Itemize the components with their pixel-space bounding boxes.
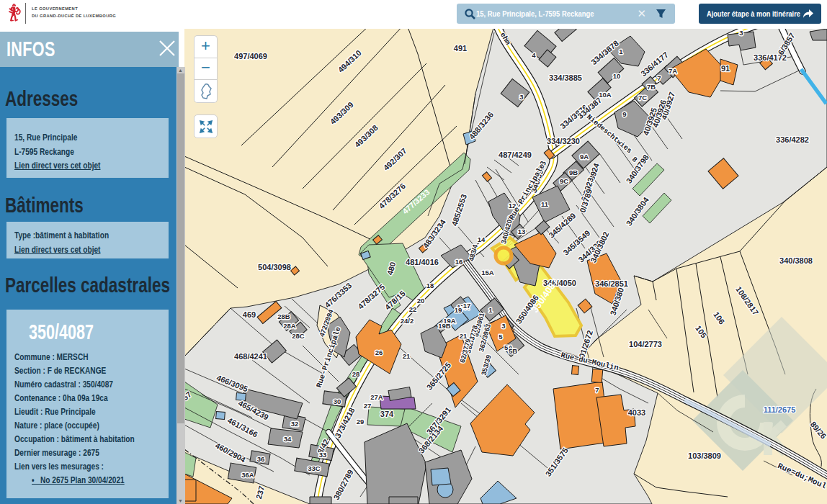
svg-text:103/3809: 103/3809 (688, 451, 721, 460)
svg-text:13: 13 (518, 228, 526, 235)
svg-text:497/4069: 497/4069 (234, 52, 267, 60)
svg-text:21: 21 (460, 332, 468, 340)
svg-text:7C: 7C (638, 94, 647, 102)
svg-text:3: 3 (519, 93, 523, 101)
svg-text:4033: 4033 (628, 408, 645, 417)
svg-text:5B: 5B (509, 347, 517, 355)
svg-text:30: 30 (334, 397, 341, 405)
svg-text:10: 10 (613, 72, 621, 80)
svg-text:16: 16 (455, 258, 463, 266)
svg-text:28B: 28B (277, 312, 290, 320)
svg-text:468/4241: 468/4241 (234, 352, 267, 361)
svg-text:17: 17 (463, 302, 471, 310)
svg-text:15A: 15A (481, 269, 494, 276)
svg-text:4: 4 (532, 51, 536, 59)
svg-text:19B: 19B (438, 322, 451, 330)
svg-text:481/4016: 481/4016 (406, 258, 439, 266)
svg-text:11: 11 (541, 200, 549, 208)
svg-text:3: 3 (739, 29, 743, 37)
svg-text:34: 34 (284, 435, 292, 443)
svg-text:334/3885: 334/3885 (549, 73, 582, 82)
svg-text:91: 91 (721, 64, 730, 73)
svg-text:19: 19 (455, 306, 462, 314)
svg-text:36: 36 (257, 455, 265, 463)
svg-text:22: 22 (409, 305, 417, 313)
svg-text:104/2773: 104/2773 (629, 340, 662, 348)
svg-text:28A: 28A (283, 322, 296, 330)
svg-text:33: 33 (319, 451, 327, 459)
svg-text:32: 32 (291, 420, 299, 428)
svg-text:21: 21 (403, 352, 411, 360)
svg-text:340/3808: 340/3808 (779, 256, 813, 265)
svg-text:14: 14 (478, 235, 486, 243)
svg-text:334/3230: 334/3230 (547, 137, 580, 145)
svg-text:27: 27 (364, 402, 372, 410)
svg-text:3: 3 (501, 322, 505, 330)
svg-text:469: 469 (243, 310, 256, 319)
svg-text:28C: 28C (292, 332, 305, 340)
svg-text:9: 9 (622, 110, 626, 118)
svg-text:9A: 9A (580, 153, 589, 161)
svg-text:7: 7 (657, 74, 661, 82)
svg-text:336/4282: 336/4282 (776, 135, 809, 144)
svg-text:491: 491 (454, 44, 467, 53)
svg-text:346/2851: 346/2851 (595, 279, 628, 288)
svg-text:27A: 27A (370, 393, 383, 401)
svg-text:374: 374 (380, 410, 394, 418)
svg-text:7A: 7A (669, 67, 677, 75)
svg-text:36A: 36A (241, 471, 254, 479)
svg-text:24/2: 24/2 (401, 317, 414, 325)
svg-text:487/4249: 487/4249 (499, 150, 532, 159)
svg-text:7B: 7B (647, 83, 656, 91)
svg-text:504/3098: 504/3098 (258, 263, 291, 271)
svg-text:26: 26 (375, 348, 383, 356)
svg-text:1: 1 (619, 48, 623, 55)
svg-text:20: 20 (417, 297, 425, 305)
svg-text:1: 1 (488, 306, 493, 314)
svg-text:18: 18 (426, 282, 434, 289)
svg-text:29: 29 (357, 418, 365, 426)
svg-text:9B: 9B (569, 168, 578, 176)
svg-text:111/2675: 111/2675 (764, 405, 796, 414)
svg-text:5: 5 (499, 333, 503, 341)
svg-text:28: 28 (352, 370, 360, 378)
svg-text:33C: 33C (308, 464, 321, 472)
svg-text:7: 7 (595, 386, 599, 394)
svg-text:9C: 9C (560, 177, 568, 185)
svg-text:10A: 10A (599, 91, 612, 99)
